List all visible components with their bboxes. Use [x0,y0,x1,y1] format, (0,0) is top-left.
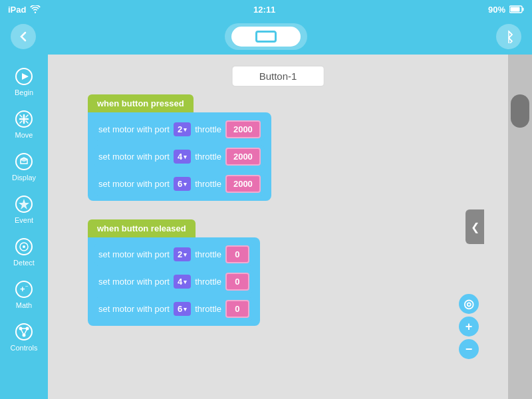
bluetooth-icon [502,30,515,43]
math-icon: +− [13,279,35,300]
dropdown-arrow-p1: ▾ [184,126,187,133]
status-left: iPad [8,5,41,15]
block-group-released: when button released set motor with port… [88,219,481,326]
scroll-handle[interactable] [511,94,529,128]
ipad-label: iPad [8,5,26,15]
value-input-p2[interactable]: 2000 [225,148,261,166]
cmd-text-p1: set motor with port [98,124,170,134]
sidebar-label-begin: Begin [15,88,33,96]
status-right: 90% [488,5,524,15]
svg-marker-4 [22,73,29,80]
bluetooth-button[interactable] [496,24,521,49]
cmd-middle-p3: throttle [195,179,221,189]
cmd-text-p3: set motor with port [98,179,170,189]
svg-text:+: + [20,284,25,294]
sidebar-item-move[interactable]: Move [1,103,47,144]
target-button[interactable]: ◎ [459,294,479,314]
sidebar-label-controls: Controls [11,344,38,352]
value-input-p1[interactable]: 2000 [225,120,261,138]
header-released[interactable]: when button released [88,219,196,237]
value-input-r3[interactable]: 0 [225,300,249,318]
cmd-block-released-3[interactable]: set motor with port 6 ▾ throttle 0 [94,297,253,321]
port-dropdown-p1[interactable]: 2 ▾ [174,122,191,136]
cmd-block-pressed-3[interactable]: set motor with port 6 ▾ throttle 2000 [94,172,265,196]
sidebar-label-math: Math [16,301,32,309]
sidebar-item-detect[interactable]: Detect [1,231,47,272]
sidebar-label-move: Move [15,131,33,139]
sidebar-item-display[interactable]: Display [1,146,47,187]
back-icon [17,30,30,43]
svg-point-10 [23,245,25,248]
cmd-block-released-1[interactable]: set motor with port 2 ▾ throttle 0 [94,243,253,266]
port-value-r2: 4 [178,277,182,287]
port-dropdown-p2[interactable]: 4 ▾ [174,150,191,164]
port-dropdown-r3[interactable]: 6 ▾ [174,302,191,316]
cmd-text-r1: set motor with port [98,249,170,259]
block-group-pressed: when button pressed set motor with port … [88,94,481,201]
zoom-out-button[interactable]: − [459,339,479,359]
port-value-r3: 6 [178,304,182,314]
right-arrow-icon: ❮ [471,221,479,233]
blocks-container: when button pressed set motor with port … [88,94,481,386]
sidebar-item-event[interactable]: Event [1,188,47,229]
port-dropdown-r2[interactable]: 4 ▾ [174,275,191,289]
move-icon [13,108,35,130]
battery-icon [509,5,524,13]
sidebar-item-controls[interactable]: Controls [1,316,47,357]
svg-text:−: − [25,283,29,289]
wifi-icon [30,5,41,13]
port-dropdown-p3[interactable]: 6 ▾ [174,177,191,191]
sidebar-label-detect: Detect [13,259,35,267]
sidebar-item-begin[interactable]: Begin [1,61,47,102]
event-icon [13,194,35,215]
port-value-r1: 2 [178,249,182,259]
battery-label: 90% [488,5,505,15]
status-bar: iPad 12:11 90% [0,0,532,19]
active-tab[interactable] [231,27,301,47]
svg-point-14 [16,324,32,340]
port-dropdown-r1[interactable]: 2 ▾ [174,247,191,261]
cmd-middle-r2: throttle [195,277,221,287]
zoom-controls: ◎ + − [459,294,479,359]
dropdown-arrow-p2: ▾ [184,154,187,160]
port-value-p3: 6 [178,179,182,189]
cmd-block-pressed-1[interactable]: set motor with port 2 ▾ throttle 2000 [94,118,265,141]
sidebar: Begin Move Display Event Detect [0,55,48,399]
dropdown-arrow-p3: ▾ [184,181,187,188]
status-time: 12:11 [253,5,275,15]
sidebar-item-math[interactable]: +− Math [1,273,47,315]
right-panel-toggle[interactable]: ❮ [466,209,484,244]
svg-rect-2 [523,8,524,11]
sidebar-label-display: Display [12,174,36,182]
zoom-in-button[interactable]: + [459,317,479,336]
right-scrollbar [508,55,532,399]
nav-bar [0,19,532,55]
block-body-pressed: set motor with port 2 ▾ throttle 2000 se… [88,112,271,201]
canvas-area: Button-1 when button pressed set motor w… [48,55,508,399]
svg-line-20 [24,329,27,335]
main-layout: Begin Move Display Event Detect [0,55,532,399]
dropdown-arrow-r2: ▾ [184,279,187,285]
tab-icon [255,31,277,43]
sidebar-label-event: Event [15,216,33,224]
back-button[interactable] [11,24,36,49]
cmd-middle-r3: throttle [195,304,221,314]
cmd-text-p2: set motor with port [98,152,170,162]
value-input-p3[interactable]: 2000 [225,175,261,193]
svg-rect-1 [511,7,520,12]
cmd-block-pressed-2[interactable]: set motor with port 4 ▾ throttle 2000 [94,145,265,168]
tab-container [225,23,307,50]
dropdown-arrow-r3: ▾ [184,306,187,313]
cmd-text-r2: set motor with port [98,277,170,287]
port-value-p2: 4 [178,152,182,162]
cmd-middle-p1: throttle [195,124,221,134]
detect-icon [13,236,35,257]
svg-line-19 [21,329,24,335]
header-pressed[interactable]: when button pressed [88,94,194,112]
display-icon [13,151,35,172]
cmd-block-released-2[interactable]: set motor with port 4 ▾ throttle 0 [94,270,253,293]
cmd-middle-p2: throttle [195,152,221,162]
port-value-p1: 2 [178,124,182,134]
value-input-r1[interactable]: 0 [225,245,249,263]
value-input-r2[interactable]: 0 [225,273,249,291]
